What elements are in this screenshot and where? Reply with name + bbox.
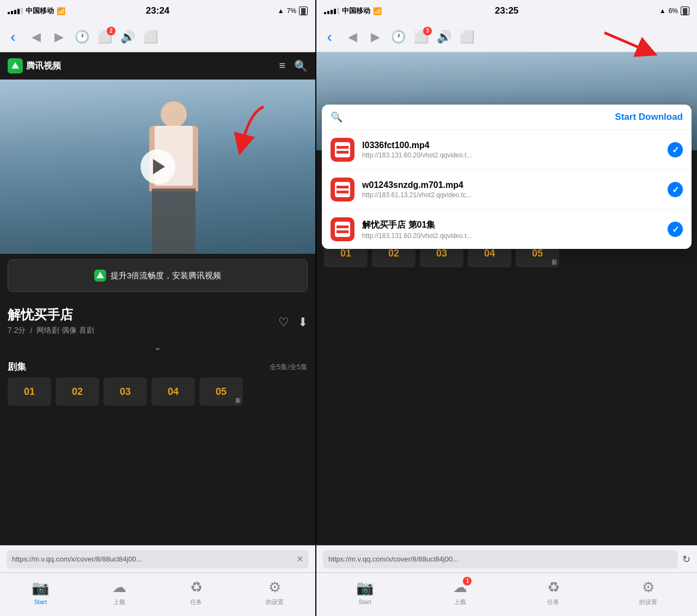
tab-upload-label: 上载 [113, 598, 125, 606]
tabs-button-wrap: ⬜ 2 [97, 30, 112, 44]
right-time: 23:25 [495, 5, 518, 16]
left-url-clear[interactable]: ✕ [296, 554, 303, 564]
show-separator: / [30, 326, 32, 335]
episode-03[interactable]: 03 [103, 377, 147, 406]
right-tab-start[interactable]: 📷 Start [356, 580, 374, 605]
right-tab-upload-label: 上载 [454, 598, 466, 606]
carrier-name: 中国移动 [26, 6, 54, 16]
tab-settings[interactable]: ⚙ 的设置 [266, 579, 284, 606]
right-tab-settings[interactable]: ⚙ 的设置 [639, 579, 657, 606]
check-mark-3: ✓ [672, 224, 679, 235]
right-screen-button[interactable]: ⬜ [459, 30, 474, 44]
right-tab-start-icon: 📷 [356, 580, 374, 596]
left-browser-toolbar: ‹ ◀ ▶ 🕐 ⬜ 2 🔊 ⬜ [0, 22, 315, 52]
episode-01[interactable]: 01 [8, 377, 51, 406]
video-thumbnail [0, 80, 315, 254]
right-url-text: https://m.v.qq.com/x/cover/8/88ucl84j00.… [328, 555, 672, 563]
download-info-1: l0336fct100.mp4 http://183.131.60.20/vho… [362, 141, 660, 159]
install-banner-text: 提升3倍流畅度，安装腾讯视频 [111, 271, 221, 281]
tab-start[interactable]: 📷 Start [32, 580, 49, 605]
search-icon[interactable]: 🔍 [294, 59, 308, 72]
history-button[interactable]: 🕐 [74, 30, 89, 44]
film-line-2c [337, 193, 348, 196]
left-url-bar: https://m.v.qq.com/x/cover/8/88ucl84j00.… [0, 545, 315, 572]
share-button[interactable]: ⬇ [298, 315, 308, 330]
right-signal-strength [324, 8, 339, 14]
download-filename-3: 解忧买手店 第01集 [362, 219, 660, 231]
install-banner[interactable]: 提升3倍流畅度，安装腾讯视频 [8, 259, 308, 292]
signal-dot-5 [21, 8, 23, 14]
right-location-icon: ▲ [659, 7, 666, 15]
menu-icon[interactable]: ≡ [279, 59, 285, 72]
r-ep-num-4: 04 [484, 248, 495, 259]
right-prev-button[interactable]: ◀ [345, 30, 360, 44]
start-download-button[interactable]: Start Download [615, 112, 683, 123]
tab-upload-icon: ☁ [112, 579, 126, 596]
show-action-buttons: ♡ ⬇ [278, 315, 308, 330]
left-url-text: https://m.v.qq.com/x/cover/8/88ucl84j00.… [12, 555, 292, 563]
signal-dot-3 [14, 10, 16, 14]
right-battery-percent: 6% [669, 7, 678, 15]
r-ep-num-3: 03 [436, 248, 447, 259]
tab-tasks-icon: ♻ [190, 579, 203, 596]
signal-dot-1 [8, 12, 10, 14]
download-icon-2 [331, 178, 354, 202]
left-phone-panel: 中国移动 📶 23:24 ▲ 7% ▓ ‹ ◀ ▶ 🕐 ⬜ 2 🔊 ⬜ [0, 0, 315, 616]
right-sound-button[interactable]: 🔊 [436, 30, 451, 44]
tencent-svg [10, 61, 20, 71]
right-url-reload[interactable]: ↻ [682, 553, 690, 565]
left-battery: ▲ 7% ▓ [278, 7, 308, 15]
right-url-input[interactable]: https://m.v.qq.com/x/cover/8/88ucl84j00.… [323, 550, 678, 569]
tencent-logo-text: 腾讯视频 [26, 60, 61, 72]
right-next-button[interactable]: ▶ [368, 30, 383, 44]
signal-dot-2 [11, 11, 13, 14]
download-url-3: http://183.131.60.20/vhot2.qqvideo.t... [362, 232, 660, 240]
right-tab-settings-icon: ⚙ [642, 579, 655, 596]
episode-05[interactable]: 05 新 [199, 377, 243, 406]
film-line-2a [337, 184, 348, 186]
download-item-3[interactable]: 解忧买手店 第01集 http://183.131.60.20/vhot2.qq… [322, 210, 692, 249]
download-info-3: 解忧买手店 第01集 http://183.131.60.20/vhot2.qq… [362, 219, 660, 240]
like-button[interactable]: ♡ [278, 315, 289, 330]
download-item-1[interactable]: l0336fct100.mp4 http://183.131.60.20/vho… [322, 130, 692, 170]
download-url-2: http://183.61.13.21/vhot2.qqvideo.tc... [362, 191, 660, 199]
next-button[interactable]: ▶ [51, 30, 66, 44]
sound-button[interactable]: 🔊 [120, 30, 135, 44]
download-item-2[interactable]: w01243snzdg.m701.mp4 http://183.61.13.21… [322, 170, 692, 210]
play-icon [153, 159, 165, 174]
screen-button[interactable]: ⬜ [143, 30, 158, 44]
battery-icon: ▓ [299, 7, 308, 15]
play-button[interactable] [140, 149, 175, 184]
film-line-2b [337, 188, 348, 191]
download-info-2: w01243snzdg.m701.mp4 http://183.61.13.21… [362, 180, 660, 199]
right-back-button[interactable]: ‹ [322, 28, 337, 46]
battery-percent: 7% [287, 7, 296, 15]
film-line-3b [337, 228, 348, 230]
left-app-header: 腾讯视频 ≡ 🔍 [0, 52, 315, 80]
tab-tasks-label: 任务 [190, 598, 202, 606]
episode-02[interactable]: 02 [56, 377, 99, 406]
expand-chevron[interactable]: ⌄ [8, 341, 308, 353]
prev-button[interactable]: ◀ [28, 30, 44, 44]
episode-04[interactable]: 04 [151, 377, 195, 406]
tab-tasks[interactable]: ♻ 任务 [190, 579, 203, 606]
back-button[interactable]: ‹ [5, 28, 21, 46]
right-tab-settings-label: 的设置 [639, 598, 657, 606]
tabs-badge: 2 [107, 27, 115, 35]
right-tab-upload[interactable]: ☁ 1 上载 [453, 579, 467, 606]
right-browser-toolbar: ‹ ◀ ▶ 🕐 ⬜ 3 🔊 ⬜ [316, 22, 697, 52]
download-filename-2: w01243snzdg.m701.mp4 [362, 180, 660, 190]
install-banner-icon [94, 270, 106, 282]
left-video-area[interactable] [0, 80, 315, 254]
right-carrier-name: 中国移动 [342, 6, 370, 16]
tab-upload[interactable]: ☁ 上载 [112, 579, 126, 606]
right-tab-tasks[interactable]: ♻ 任务 [547, 579, 560, 606]
right-history-button[interactable]: 🕐 [390, 30, 406, 44]
tab-start-icon: 📷 [32, 580, 49, 596]
r-ep-num-1: 01 [340, 248, 351, 259]
download-icon-1 [331, 138, 354, 162]
right-tab-tasks-icon: ♻ [547, 579, 560, 596]
film-line-3a [337, 223, 348, 225]
left-url-input[interactable]: https://m.v.qq.com/x/cover/8/88ucl84j00.… [7, 550, 309, 569]
ep-num-4: 04 [168, 386, 179, 398]
